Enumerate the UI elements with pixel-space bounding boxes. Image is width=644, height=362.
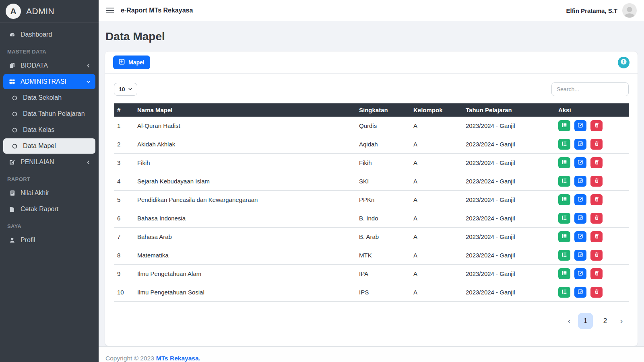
sidebar-item-penilaian[interactable]: PENILAIAN bbox=[3, 154, 95, 170]
pagination-page-1[interactable]: 1 bbox=[578, 313, 593, 329]
edit-button[interactable] bbox=[574, 250, 586, 261]
list-icon bbox=[561, 233, 567, 240]
edit-button[interactable] bbox=[574, 194, 586, 205]
sidebar-item-data-kelas[interactable]: Data Kelas bbox=[3, 122, 95, 138]
pagination-next[interactable]: › bbox=[617, 313, 625, 329]
menu-label: BIODATA bbox=[21, 62, 48, 69]
brand-label: ADMIN bbox=[26, 6, 54, 16]
cell-singkatan: Qurdis bbox=[355, 117, 409, 135]
sidebar-item-administrasi[interactable]: ADMINISTRASI bbox=[3, 74, 95, 89]
cell-kelompok: A bbox=[409, 191, 462, 209]
delete-button[interactable] bbox=[590, 194, 603, 205]
delete-button[interactable] bbox=[590, 157, 603, 168]
sidebar-item-data-tahun-pelajaran[interactable]: Data Tahun Pelajaran bbox=[3, 106, 95, 121]
detail-button[interactable] bbox=[558, 250, 570, 261]
add-mapel-button[interactable]: Mapel bbox=[113, 56, 150, 69]
detail-button[interactable] bbox=[558, 268, 570, 279]
delete-button[interactable] bbox=[590, 231, 603, 242]
edit-button[interactable] bbox=[574, 120, 586, 131]
page-length-select[interactable]: 10 bbox=[114, 83, 137, 96]
main-area: e-Raport MTs Rekayasa Elfin Pratama, S.T… bbox=[99, 0, 644, 362]
col-header-singkatan: Singkatan bbox=[355, 103, 409, 117]
edit-button[interactable] bbox=[574, 231, 586, 242]
pagination-prev[interactable]: ‹ bbox=[565, 313, 573, 329]
delete-button[interactable] bbox=[590, 139, 603, 150]
table-row: 8 Matematika MTK A 2023/2024 - Ganjil bbox=[114, 246, 629, 265]
detail-button[interactable] bbox=[558, 157, 570, 168]
chevron-left-icon bbox=[86, 160, 91, 165]
cell-kelompok: A bbox=[409, 265, 462, 283]
cell-singkatan: Aqidah bbox=[355, 135, 409, 154]
delete-button[interactable] bbox=[590, 213, 603, 224]
sidebar-item-dashboard[interactable]: Dashboard bbox=[3, 27, 95, 42]
detail-button[interactable] bbox=[558, 231, 570, 242]
pen-square-icon bbox=[8, 159, 16, 165]
detail-button[interactable] bbox=[558, 120, 570, 131]
cell-nama-mapel: Al-Quran Hadist bbox=[133, 117, 355, 135]
edit-button[interactable] bbox=[574, 139, 586, 150]
cell-singkatan: SKI bbox=[355, 172, 409, 191]
footer-brand-link[interactable]: MTs Rekayasa. bbox=[156, 355, 200, 362]
edit-button[interactable] bbox=[574, 287, 586, 298]
user-name[interactable]: Elfin Pratama, S.T bbox=[566, 7, 617, 14]
user-avatar[interactable] bbox=[622, 3, 637, 18]
detail-button[interactable] bbox=[558, 176, 570, 187]
pen-square-icon bbox=[578, 122, 583, 129]
app-title: e-Raport MTs Rekayasa bbox=[121, 7, 193, 14]
sidebar-item-profil[interactable]: Profil bbox=[3, 232, 95, 248]
card-body: 10 # Nama Mapel Singkatan bbox=[105, 74, 638, 346]
cell-tahun-pelajaran: 2023/2024 - Ganjil bbox=[462, 172, 554, 191]
cell-nama-mapel: Sejarah Kebudayaan Islam bbox=[133, 172, 355, 191]
pen-square-icon bbox=[578, 233, 583, 240]
edit-button[interactable] bbox=[574, 176, 586, 187]
pagination: ‹ 1 2 › bbox=[114, 313, 629, 329]
detail-button[interactable] bbox=[558, 287, 570, 298]
cell-num: 8 bbox=[114, 246, 133, 265]
cell-num: 7 bbox=[114, 228, 133, 246]
cell-singkatan: IPS bbox=[355, 283, 409, 302]
sidebar-item-data-sekolah[interactable]: Data Sekolah bbox=[3, 90, 95, 105]
sidebar-item-nilai-akhir[interactable]: Nilai Akhir bbox=[3, 185, 95, 201]
sidebar-item-biodata[interactable]: BIODATA bbox=[3, 58, 95, 73]
table-head: # Nama Mapel Singkatan Kelompok Tahun Pe… bbox=[114, 103, 629, 117]
list-icon bbox=[561, 196, 567, 203]
pen-square-icon bbox=[578, 289, 583, 296]
cell-kelompok: A bbox=[409, 283, 462, 302]
detail-button[interactable] bbox=[558, 139, 570, 150]
pen-square-icon bbox=[578, 141, 583, 148]
app-root: A ADMIN Dashboard MASTER DATA BIODATA bbox=[0, 0, 644, 362]
cell-aksi bbox=[554, 209, 629, 228]
pagination-page-2[interactable]: 2 bbox=[598, 313, 613, 329]
delete-button[interactable] bbox=[590, 287, 603, 298]
sidebar-item-cetak-raport[interactable]: Cetak Raport bbox=[3, 202, 95, 217]
cell-aksi bbox=[554, 172, 629, 191]
edit-button[interactable] bbox=[574, 157, 586, 168]
navbar-user-area: Elfin Pratama, S.T bbox=[566, 3, 637, 18]
detail-button[interactable] bbox=[558, 213, 570, 224]
delete-button[interactable] bbox=[590, 268, 603, 279]
trash-icon bbox=[594, 215, 599, 222]
cell-tahun-pelajaran: 2023/2024 - Ganjil bbox=[462, 265, 554, 283]
edit-button[interactable] bbox=[574, 268, 586, 279]
chevron-down-icon bbox=[86, 80, 91, 84]
edit-button[interactable] bbox=[574, 213, 586, 224]
delete-button[interactable] bbox=[590, 176, 603, 187]
copyright-text: Copyright © 2023 bbox=[105, 355, 154, 362]
delete-button[interactable] bbox=[590, 120, 603, 131]
table-row: 7 Bahasa Arab B. Arab A 2023/2024 - Ganj… bbox=[114, 228, 629, 246]
cell-num: 9 bbox=[114, 265, 133, 283]
sidebar-toggle-button[interactable] bbox=[106, 7, 114, 14]
admin-logo-icon: A bbox=[6, 4, 21, 19]
delete-button[interactable] bbox=[590, 250, 603, 261]
search-input[interactable] bbox=[551, 82, 629, 96]
cell-kelompok: A bbox=[409, 117, 462, 135]
info-button[interactable] bbox=[618, 57, 630, 68]
cell-kelompok: A bbox=[409, 209, 462, 228]
cell-singkatan: IPA bbox=[355, 265, 409, 283]
sidebar-item-data-mapel[interactable]: Data Mapel bbox=[3, 138, 95, 154]
sidebar-brand[interactable]: A ADMIN bbox=[0, 0, 99, 23]
detail-button[interactable] bbox=[558, 194, 570, 205]
page-content: Data Mapel Mapel bbox=[99, 21, 644, 346]
trash-icon bbox=[594, 141, 599, 148]
plus-square-icon bbox=[119, 59, 125, 66]
